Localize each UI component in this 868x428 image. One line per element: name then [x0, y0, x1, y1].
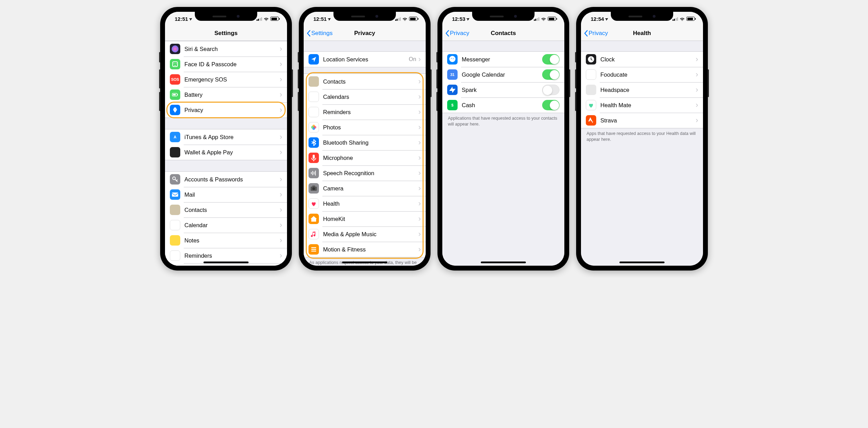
row-face-id-passcode[interactable]: Face ID & Passcode› [165, 57, 287, 72]
chevron-right-icon: › [418, 169, 421, 178]
cash-icon: $ [447, 100, 458, 110]
row-label: Battery [184, 92, 280, 98]
home-indicator[interactable] [619, 262, 665, 263]
row-label: Contacts [184, 207, 280, 213]
strava-icon [586, 115, 596, 126]
row-itunes-app-store[interactable]: AiTunes & App Store› [165, 129, 287, 145]
nav-bar: Settings [165, 26, 287, 41]
toggle-spark[interactable] [542, 85, 559, 95]
svg-rect-6 [173, 94, 176, 95]
row-camera[interactable]: Camera› [304, 181, 426, 196]
row-label: Bluetooth Sharing [323, 139, 418, 146]
row-privacy[interactable]: Privacy› [165, 102, 287, 118]
status-time: 12:51 [175, 16, 188, 22]
row-bluetooth-sharing[interactable]: Bluetooth Sharing› [304, 135, 426, 150]
reminders-icon [170, 250, 180, 261]
row-google-calendar[interactable]: 31Google Calendar [442, 67, 564, 82]
row-cash[interactable]: $Cash [442, 97, 564, 113]
chevron-right-icon: › [280, 105, 282, 114]
row-label: Cash [462, 102, 542, 109]
row-label: Messenger [462, 56, 542, 63]
back-button[interactable]: Privacy [442, 30, 469, 37]
footer-text: Applications that have requested access … [442, 113, 564, 129]
chevron-right-icon: › [418, 153, 421, 162]
row-calendars[interactable]: Calendars› [304, 89, 426, 104]
row-label: Fooducate [600, 71, 696, 78]
row-label: Media & Apple Music [323, 231, 418, 238]
chevron-right-icon: › [696, 55, 698, 64]
svg-rect-18 [315, 171, 316, 176]
row-microphone[interactable]: Microphone› [304, 150, 426, 165]
wifi-icon [679, 17, 685, 21]
location-icon [309, 54, 319, 65]
chevron-right-icon: › [696, 70, 698, 79]
row-calendar[interactable]: Calendar› [165, 217, 287, 233]
row-label: Reminders [323, 109, 418, 115]
toggle-messenger[interactable] [542, 54, 559, 65]
chevron-right-icon: › [696, 116, 698, 125]
row-label: Notes [184, 237, 280, 244]
chevron-right-icon: › [280, 175, 282, 184]
nav-bar: Privacy Contacts [442, 26, 564, 41]
contacts-icon [170, 205, 180, 215]
row-wallet-apple-pay[interactable]: Wallet & Apple Pay› [165, 145, 287, 160]
battery-icon [686, 17, 695, 21]
toggle-cash[interactable] [542, 100, 559, 110]
back-label: Privacy [589, 30, 608, 37]
chevron-right-icon: › [280, 60, 282, 69]
row-contacts[interactable]: Contacts› [165, 202, 287, 217]
calendars-p-icon [309, 92, 319, 102]
chevron-right-icon: › [418, 245, 421, 254]
signal-icon [257, 17, 262, 21]
row-health[interactable]: Health› [304, 196, 426, 211]
row-location-services[interactable]: Location ServicesOn› [304, 52, 426, 67]
row-phone[interactable]: Phone› [165, 263, 287, 266]
row-messenger[interactable]: Messenger [442, 52, 564, 67]
row-emergency-sos[interactable]: SOSEmergency SOS› [165, 72, 287, 87]
chevron-right-icon: › [418, 214, 421, 223]
row-spark[interactable]: Spark [442, 82, 564, 97]
row-mail[interactable]: Mail› [165, 187, 287, 202]
chevron-right-icon: › [418, 55, 421, 64]
home-indicator[interactable] [342, 262, 387, 263]
chevron-right-icon: › [418, 184, 421, 193]
row-accounts-passwords[interactable]: Accounts & Passwords› [165, 172, 287, 187]
toggle-google-calendar[interactable] [542, 69, 559, 80]
row-reminders[interactable]: Reminders› [304, 104, 426, 120]
row-headspace[interactable]: Headspace› [581, 82, 703, 97]
row-homekit[interactable]: HomeKit› [304, 211, 426, 226]
nav-bar: Privacy Health [581, 26, 703, 41]
footer-text: Apps that have requested access to your … [581, 128, 703, 144]
camera-p-icon [309, 183, 319, 194]
back-button[interactable]: Privacy [581, 30, 608, 37]
row-media-apple-music[interactable]: Media & Apple Music› [304, 226, 426, 242]
row-health-mate[interactable]: Health Mate› [581, 97, 703, 113]
row-battery[interactable]: Battery› [165, 87, 287, 102]
row-contacts[interactable]: Contacts› [304, 74, 426, 89]
home-indicator[interactable] [203, 262, 249, 263]
chevron-right-icon: › [280, 221, 282, 230]
chevron-right-icon: › [280, 90, 282, 99]
row-motion-fitness[interactable]: Motion & Fitness› [304, 242, 426, 257]
back-button[interactable]: Settings [304, 30, 332, 37]
row-notes[interactable]: Notes› [165, 233, 287, 248]
row-siri-search[interactable]: Siri & Search› [165, 41, 287, 57]
svg-point-2 [174, 63, 174, 64]
wifi-icon [541, 17, 546, 21]
homekit-icon [309, 214, 319, 224]
row-clock[interactable]: Clock› [581, 52, 703, 67]
row-label: Camera [323, 185, 418, 192]
battery-icon [170, 89, 180, 100]
row-label: Privacy [184, 107, 280, 113]
row-fooducate[interactable]: Fooducate› [581, 67, 703, 82]
home-indicator[interactable] [481, 262, 526, 263]
row-speech-recognition[interactable]: Speech Recognition› [304, 165, 426, 181]
battery-icon [409, 17, 417, 21]
phone-settings: 12:51➤ Settings Siri & Search›Face ID & … [160, 7, 292, 271]
svg-rect-15 [311, 172, 312, 174]
healthmate-icon [586, 100, 596, 110]
row-reminders[interactable]: Reminders› [165, 248, 287, 263]
row-photos[interactable]: Photos› [304, 120, 426, 135]
svg-rect-21 [312, 186, 315, 187]
row-strava[interactable]: Strava› [581, 113, 703, 128]
